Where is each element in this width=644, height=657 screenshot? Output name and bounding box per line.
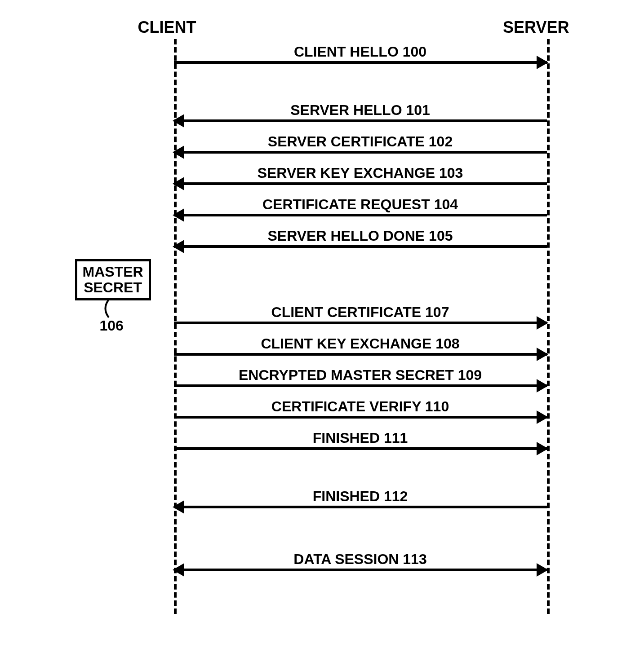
arrow-left-icon <box>174 119 547 122</box>
message-row: DATA SESSION 113 <box>174 551 547 571</box>
message-label: CLIENT KEY EXCHANGE 108 <box>174 335 547 352</box>
message-label: SERVER CERTIFICATE 102 <box>174 133 547 150</box>
client-label: CLIENT <box>138 18 196 37</box>
lifelines-area: MASTER SECRET 106 CLIENT HELLO 100SERVER… <box>75 39 569 614</box>
message-label: SERVER HELLO DONE 105 <box>174 228 547 244</box>
arrow-left-icon <box>174 214 547 216</box>
message-row: CLIENT CERTIFICATE 107 <box>174 304 547 324</box>
server-label: SERVER <box>503 18 569 37</box>
message-label: DATA SESSION 113 <box>174 551 547 568</box>
arrow-left-icon <box>174 182 547 185</box>
arrow-right-icon <box>174 322 547 324</box>
arrow-both-icon <box>174 569 547 571</box>
master-secret-line1: MASTER <box>83 264 143 280</box>
arrow-left-icon <box>174 506 547 508</box>
message-row: SERVER HELLO DONE 105 <box>174 228 547 248</box>
master-secret-line2: SECRET <box>83 280 143 295</box>
message-row: CLIENT KEY EXCHANGE 108 <box>174 335 547 356</box>
message-row: FINISHED 111 <box>174 430 547 450</box>
sequence-diagram: CLIENT SERVER MASTER SECRET 106 CLIENT H… <box>75 18 569 614</box>
message-row: SERVER KEY EXCHANGE 103 <box>174 165 547 185</box>
message-row: SERVER CERTIFICATE 102 <box>174 133 547 154</box>
message-row: CERTIFICATE REQUEST 104 <box>174 196 547 216</box>
message-row: SERVER HELLO 101 <box>174 102 547 122</box>
message-label: FINISHED 112 <box>174 488 547 505</box>
arrow-right-icon <box>174 353 547 356</box>
message-row: CERTIFICATE VERIFY 110 <box>174 398 547 419</box>
arrow-right-icon <box>174 416 547 419</box>
arrow-left-icon <box>174 245 547 248</box>
message-label: CLIENT CERTIFICATE 107 <box>174 304 547 321</box>
arrow-left-icon <box>174 151 547 154</box>
master-secret-ref: 106 <box>100 317 124 334</box>
message-label: FINISHED 111 <box>174 430 547 446</box>
message-row: ENCRYPTED MASTER SECRET 109 <box>174 367 547 387</box>
master-secret-leader <box>100 300 118 320</box>
master-secret-box: MASTER SECRET <box>75 259 151 300</box>
message-row: CLIENT HELLO 100 <box>174 44 547 64</box>
message-label: SERVER KEY EXCHANGE 103 <box>174 165 547 181</box>
message-label: CLIENT HELLO 100 <box>174 44 547 60</box>
message-label: SERVER HELLO 101 <box>174 102 547 119</box>
message-label: CERTIFICATE VERIFY 110 <box>174 398 547 415</box>
message-label: CERTIFICATE REQUEST 104 <box>174 196 547 213</box>
arrow-right-icon <box>174 384 547 387</box>
message-label: ENCRYPTED MASTER SECRET 109 <box>174 367 547 384</box>
arrow-right-icon <box>174 61 547 64</box>
participant-headers: CLIENT SERVER <box>75 18 569 37</box>
message-row: FINISHED 112 <box>174 488 547 508</box>
arrow-right-icon <box>174 447 547 450</box>
